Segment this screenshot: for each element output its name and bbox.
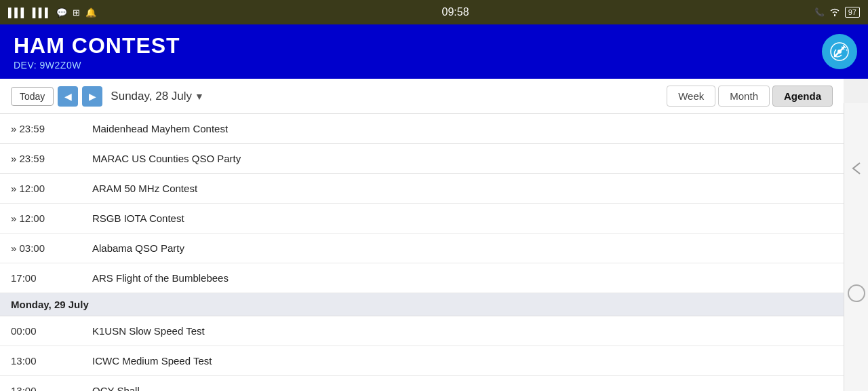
phone-icon: 📞	[814, 7, 825, 17]
whatsapp-icon: 💬	[56, 7, 67, 18]
view-switcher: Week Month Agenda	[667, 86, 833, 107]
agenda-event-row[interactable]: » 03:00Alabama QSO Party	[0, 234, 844, 263]
dropdown-arrow-icon[interactable]: ▼	[195, 91, 204, 102]
event-title: ARAM 50 MHz Contest	[92, 183, 197, 194]
event-time: 17:00	[11, 272, 92, 284]
signal-2-icon: ▌▌▌	[33, 7, 52, 18]
prev-button[interactable]: ◀	[58, 86, 78, 107]
week-view-button[interactable]: Week	[667, 86, 715, 107]
event-title: ARS Flight of the Bumblebees	[92, 272, 229, 284]
status-bar: ▌▌▌ ▌▌▌ 💬 ⊞ 🔔 09:58 📞 97	[0, 0, 868, 24]
app-title: HAM CONTEST	[14, 33, 180, 58]
month-view-button[interactable]: Month	[718, 86, 770, 107]
event-time: » 03:00	[11, 242, 92, 254]
app-subtitle: DEV: 9W2Z0W	[14, 60, 180, 71]
event-time: 13:00	[11, 385, 92, 391]
agenda-event-row[interactable]: 00:00K1USN Slow Speed Test	[0, 316, 844, 346]
screen-icon: ⊞	[73, 7, 80, 18]
side-nav	[844, 103, 868, 391]
app-header: HAM CONTEST DEV: 9W2Z0W	[0, 24, 868, 79]
event-title: K1USN Slow Speed Test	[92, 325, 205, 337]
agenda-view-button[interactable]: Agenda	[772, 86, 833, 107]
event-title: Maidenhead Mayhem Contest	[92, 123, 228, 134]
date-display: Sunday, 28 July ▼	[111, 90, 204, 103]
toolbar: Today ◀ ▶ Sunday, 28 July ▼ Week Month A…	[0, 79, 844, 114]
event-time: 00:00	[11, 325, 92, 337]
next-button[interactable]: ▶	[82, 86, 102, 107]
signal-1-icon: ▌▌▌	[8, 7, 27, 18]
status-time: 09:58	[441, 6, 469, 18]
satellite-icon-button[interactable]	[822, 34, 857, 69]
event-time: » 12:00	[11, 183, 92, 194]
content-area: Today ◀ ▶ Sunday, 28 July ▼ Week Month A…	[0, 79, 844, 391]
day-header: Monday, 29 July	[0, 293, 844, 316]
agenda-event-row[interactable]: 13:00ICWC Medium Speed Test	[0, 346, 844, 376]
event-title: QCY Shall...	[92, 385, 148, 391]
agenda-event-row[interactable]: » 23:59MARAC US Counties QSO Party	[0, 144, 844, 174]
event-title: Alabama QSO Party	[92, 242, 184, 254]
battery-icon: 97	[845, 7, 860, 18]
date-text: Sunday, 28 July	[111, 90, 192, 103]
event-time: 13:00	[11, 355, 92, 367]
notification-icon: 🔔	[85, 7, 96, 18]
app-title-block: HAM CONTEST DEV: 9W2Z0W	[14, 33, 180, 71]
status-right: 📞 97	[814, 7, 860, 18]
agenda-event-row[interactable]: 17:00ARS Flight of the Bumblebees	[0, 263, 844, 293]
back-triangle-icon[interactable]	[846, 155, 867, 182]
event-time: » 23:59	[11, 153, 92, 164]
status-left: ▌▌▌ ▌▌▌ 💬 ⊞ 🔔	[8, 7, 96, 18]
home-circle-button[interactable]	[848, 284, 865, 302]
event-title: ICWC Medium Speed Test	[92, 355, 212, 367]
toolbar-left: Today ◀ ▶ Sunday, 28 July ▼	[11, 86, 204, 107]
agenda-event-row[interactable]: » 23:59Maidenhead Mayhem Contest	[0, 114, 844, 144]
main-content: Today ◀ ▶ Sunday, 28 July ▼ Week Month A…	[0, 79, 868, 391]
agenda-view: » 23:59Maidenhead Mayhem Contest» 23:59M…	[0, 114, 844, 391]
event-title: RSGB IOTA Contest	[92, 212, 184, 224]
event-time: » 23:59	[11, 123, 92, 134]
event-time: » 12:00	[11, 212, 92, 224]
agenda-event-row[interactable]: » 12:00ARAM 50 MHz Contest	[0, 174, 844, 204]
event-title: MARAC US Counties QSO Party	[92, 153, 241, 164]
agenda-event-row[interactable]: » 12:00RSGB IOTA Contest	[0, 204, 844, 234]
today-button[interactable]: Today	[11, 87, 54, 106]
agenda-event-row[interactable]: 13:00QCY Shall...	[0, 376, 844, 391]
svg-point-1	[837, 50, 842, 54]
wifi-icon	[829, 7, 841, 18]
